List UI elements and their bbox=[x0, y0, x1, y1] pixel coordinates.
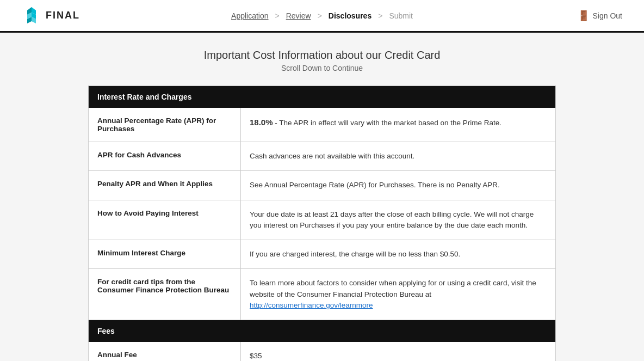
table-row: How to Avoid Paying Interest Your due da… bbox=[89, 200, 555, 241]
sign-out-icon: 🚪 bbox=[578, 10, 590, 22]
header: FINAL Application > Review > Disclosures… bbox=[0, 0, 644, 33]
label-cfpb: For credit card tips from the Consumer F… bbox=[89, 269, 241, 320]
label-annual-fee: Annual Fee bbox=[89, 342, 241, 361]
logo[interactable]: FINAL bbox=[22, 6, 80, 26]
value-annual-fee: $35 bbox=[241, 342, 555, 361]
value-min-interest: If you are charged interest, the charge … bbox=[241, 240, 555, 268]
page-title: Important Cost Information about our Cre… bbox=[88, 49, 556, 62]
cfpb-link[interactable]: http://consumerfinance.gov/learnmore bbox=[250, 301, 373, 309]
value-apr-cash: Cash advances are not available with thi… bbox=[241, 142, 555, 170]
value-cfpb: To learn more about factors to consider … bbox=[241, 269, 555, 320]
apr-rate: 18.0% bbox=[250, 118, 273, 127]
nav-sep-2: > bbox=[318, 11, 322, 20]
sign-out-label: Sign Out bbox=[593, 11, 622, 20]
label-apr-cash: APR for Cash Advances bbox=[89, 142, 241, 170]
label-min-interest: Minimum Interest Charge bbox=[89, 240, 241, 268]
sign-out-button[interactable]: 🚪 Sign Out bbox=[578, 10, 622, 22]
section-header-row-2: Fees bbox=[89, 320, 556, 342]
section-header-row-1: Interest Rate and Charges bbox=[89, 86, 556, 108]
nav-sep-3: > bbox=[378, 11, 382, 20]
page-subtitle: Scroll Down to Continue bbox=[88, 64, 556, 72]
apr-description: - The APR in effect will vary with the m… bbox=[275, 119, 501, 127]
section-header-fees: Fees bbox=[89, 320, 556, 342]
nav-submit: Submit bbox=[389, 11, 413, 20]
value-penalty-apr: See Annual Percentage Rate (APR) for Pur… bbox=[241, 171, 555, 199]
value-avoid-interest: Your due date is at least 21 days after … bbox=[241, 200, 555, 240]
table-row: APR for Cash Advances Cash advances are … bbox=[89, 142, 555, 171]
table-row: For credit card tips from the Consumer F… bbox=[89, 269, 555, 320]
label-avoid-interest: How to Avoid Paying Interest bbox=[89, 200, 241, 240]
table-row: Minimum Interest Charge If you are charg… bbox=[89, 240, 555, 269]
disclosure-table: Interest Rate and Charges Annual Percent… bbox=[88, 85, 556, 361]
nav-application[interactable]: Application bbox=[231, 11, 269, 20]
nav-disclosures: Disclosures bbox=[329, 11, 371, 20]
nav-sep-1: > bbox=[275, 11, 280, 20]
table-row: Penalty APR and When it Applies See Annu… bbox=[89, 171, 555, 200]
cfpb-text: To learn more about factors to consider … bbox=[250, 279, 536, 298]
main-nav: Application > Review > Disclosures > Sub… bbox=[231, 11, 413, 20]
table-row: Annual Percentage Rate (APR) for Purchas… bbox=[89, 108, 555, 142]
main-content: Important Cost Information about our Cre… bbox=[77, 33, 567, 361]
nav-review[interactable]: Review bbox=[286, 11, 311, 20]
section-header-interest: Interest Rate and Charges bbox=[89, 86, 556, 108]
logo-icon bbox=[22, 6, 41, 26]
table-row: Annual Fee $35 bbox=[89, 342, 555, 361]
label-apr-purchases: Annual Percentage Rate (APR) for Purchas… bbox=[89, 108, 241, 142]
label-penalty-apr: Penalty APR and When it Applies bbox=[89, 171, 241, 199]
value-apr-purchases: 18.0% - The APR in effect will vary with… bbox=[241, 108, 555, 142]
logo-text: FINAL bbox=[46, 10, 80, 21]
